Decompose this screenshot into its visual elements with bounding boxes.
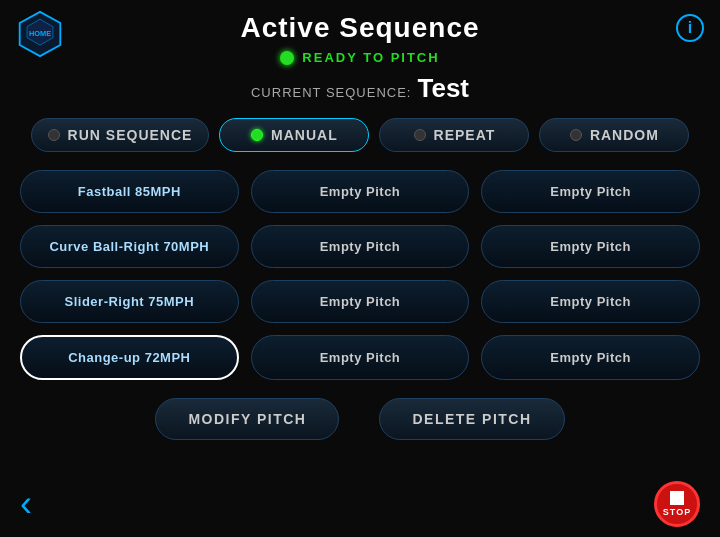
- pitch-button-12[interactable]: Empty Pitch: [481, 335, 700, 380]
- ready-indicator: [280, 51, 294, 65]
- modify-pitch-button[interactable]: MODIFY PITCH: [155, 398, 339, 440]
- pitch-button-1[interactable]: Fastball 85MPH: [20, 170, 239, 213]
- mode-random[interactable]: RANDOM: [539, 118, 689, 152]
- stop-icon: [670, 491, 684, 505]
- manual-indicator: [251, 129, 263, 141]
- pitch-button-5[interactable]: Empty Pitch: [251, 225, 470, 268]
- pitch-button-4[interactable]: Curve Ball-Right 70MPH: [20, 225, 239, 268]
- stop-label: STOP: [663, 507, 691, 517]
- back-button[interactable]: ‹: [20, 486, 32, 522]
- pitch-button-7[interactable]: Slider-Right 75MPH: [20, 280, 239, 323]
- manual-label: MANUAL: [271, 127, 338, 143]
- random-indicator: [570, 129, 582, 141]
- svg-text:HOME: HOME: [29, 29, 51, 38]
- mode-run-sequence[interactable]: RUN SEQUENCE: [31, 118, 210, 152]
- random-label: RANDOM: [590, 127, 659, 143]
- bottom-nav: ‹ STOP: [0, 481, 720, 527]
- run-sequence-label: RUN SEQUENCE: [68, 127, 193, 143]
- repeat-label: REPEAT: [434, 127, 496, 143]
- pitch-button-10[interactable]: Change-up 72MPH: [20, 335, 239, 380]
- action-row: MODIFY PITCH DELETE PITCH: [0, 394, 720, 440]
- header: HOME Active Sequence i: [0, 0, 720, 48]
- mode-row: RUN SEQUENCE MANUAL REPEAT RANDOM: [0, 118, 720, 152]
- pitch-button-8[interactable]: Empty Pitch: [251, 280, 470, 323]
- current-sequence-value: Test: [417, 73, 469, 104]
- run-sequence-indicator: [48, 129, 60, 141]
- ready-status-row: READY TO PITCH: [0, 50, 720, 65]
- pitch-button-2[interactable]: Empty Pitch: [251, 170, 470, 213]
- info-button[interactable]: i: [676, 14, 704, 42]
- home-badge[interactable]: HOME: [16, 10, 64, 58]
- pitch-grid: Fastball 85MPH Empty Pitch Empty Pitch C…: [0, 156, 720, 394]
- pitch-button-11[interactable]: Empty Pitch: [251, 335, 470, 380]
- mode-repeat[interactable]: REPEAT: [379, 118, 529, 152]
- repeat-indicator: [414, 129, 426, 141]
- ready-text: READY TO PITCH: [302, 50, 439, 65]
- page-title: Active Sequence: [240, 12, 479, 44]
- delete-pitch-button[interactable]: DELETE PITCH: [379, 398, 564, 440]
- pitch-button-9[interactable]: Empty Pitch: [481, 280, 700, 323]
- current-sequence-row: CURRENT SEQUENCE: Test: [0, 73, 720, 104]
- stop-button[interactable]: STOP: [654, 481, 700, 527]
- current-sequence-label: CURRENT SEQUENCE:: [251, 85, 412, 100]
- mode-manual[interactable]: MANUAL: [219, 118, 369, 152]
- pitch-button-6[interactable]: Empty Pitch: [481, 225, 700, 268]
- pitch-button-3[interactable]: Empty Pitch: [481, 170, 700, 213]
